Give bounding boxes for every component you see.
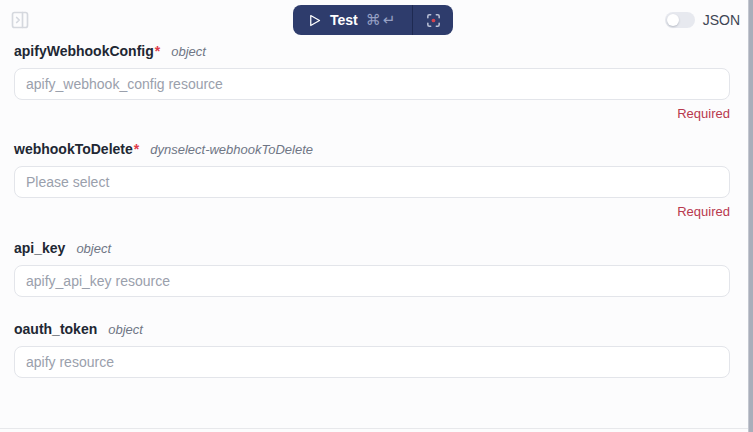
apifyWebhookConfig-input[interactable] [14, 68, 730, 100]
field-label: oauth_token [14, 321, 97, 337]
field-label: apifyWebhookConfig [14, 43, 154, 59]
webhookToDelete-select[interactable] [14, 166, 730, 198]
field-label: api_key [14, 240, 65, 256]
field-type-hint: object [108, 322, 143, 337]
field-header: apifyWebhookConfig * object [14, 43, 730, 59]
oauth_token-input[interactable] [14, 346, 730, 378]
api_key-input[interactable] [14, 265, 730, 297]
switch-knob [667, 14, 679, 26]
field-type-hint: object [171, 44, 206, 59]
focus-target-icon [425, 12, 442, 29]
test-shortcut-keys: ⌘↵ [366, 11, 398, 29]
field-type-hint: object [76, 241, 111, 256]
piece-settings-form: apifyWebhookConfig * object Required web… [0, 43, 753, 378]
field-oauth_token: oauth_token object [14, 321, 730, 378]
field-header: oauth_token object [14, 321, 730, 337]
field-type-hint: dynselect-webhookToDelete [150, 142, 313, 157]
json-toggle-switch[interactable] [665, 12, 695, 28]
field-header: api_key object [14, 240, 730, 256]
bottom-divider [0, 428, 748, 429]
vertical-scrollbar[interactable] [748, 0, 753, 432]
panel-right-open-button[interactable] [10, 10, 30, 30]
field-error-text: Required [14, 204, 730, 219]
json-toggle-group: JSON [665, 0, 740, 40]
field-header: webhookToDelete * dynselect-webhookToDel… [14, 141, 730, 157]
test-button[interactable]: Test ⌘↵ [293, 5, 412, 35]
retest-focus-button[interactable] [413, 5, 453, 35]
play-icon [307, 13, 322, 28]
json-toggle-label: JSON [703, 12, 740, 28]
field-label: webhookToDelete [14, 141, 133, 157]
field-error-text: Required [14, 106, 730, 121]
panel-right-open-icon [10, 10, 30, 30]
field-api_key: api_key object [14, 240, 730, 297]
field-apifyWebhookConfig: apifyWebhookConfig * object Required [14, 43, 730, 121]
required-asterisk: * [155, 43, 160, 59]
test-button-label: Test [330, 12, 358, 28]
toolbar: Test ⌘↵ JSON [0, 0, 753, 40]
field-webhookToDelete: webhookToDelete * dynselect-webhookToDel… [14, 141, 730, 219]
required-asterisk: * [134, 141, 139, 157]
test-button-group: Test ⌘↵ [293, 5, 453, 35]
